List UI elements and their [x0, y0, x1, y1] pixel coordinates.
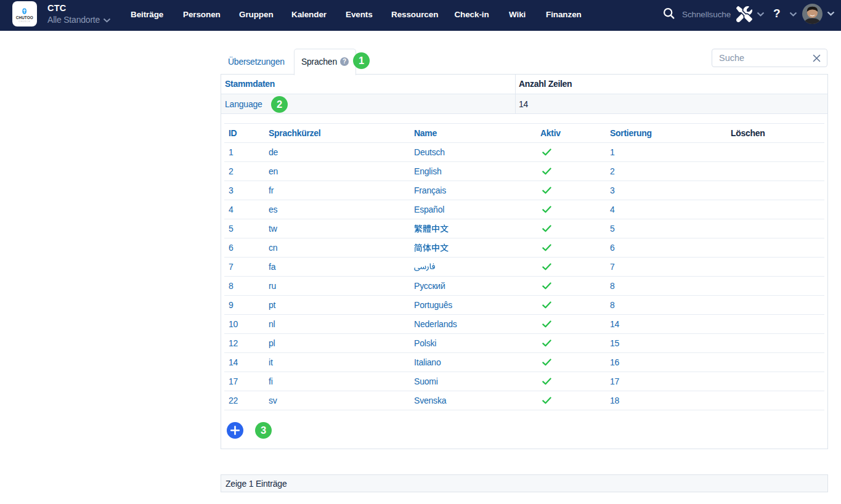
svg-text:CHUTOO: CHUTOO — [16, 15, 33, 20]
svg-text:CHURCH: CHURCH — [18, 20, 30, 23]
